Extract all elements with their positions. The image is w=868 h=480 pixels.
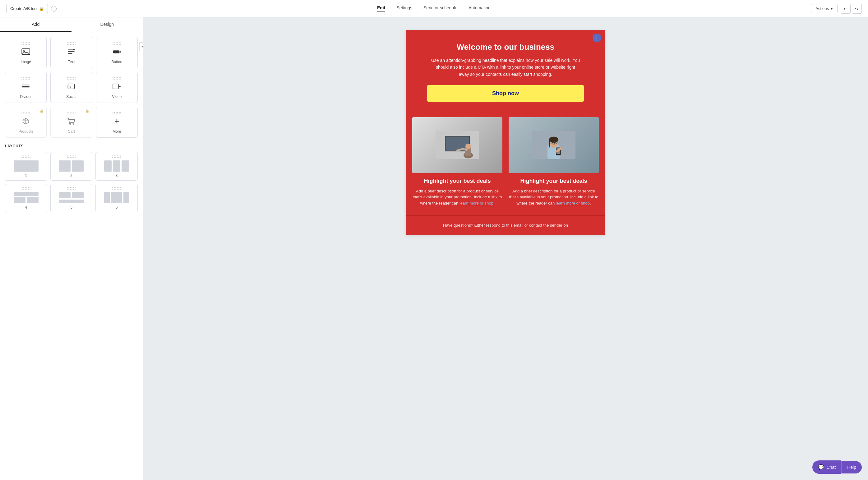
add-item-divider[interactable]: Divider [5, 72, 46, 103]
product-desc-1: Add a brief description for a product or… [412, 188, 502, 206]
nav-left: Create A/B test 🔒 i [6, 4, 57, 13]
create-ab-label: Create A/B test [10, 6, 37, 11]
layout-4-preview [14, 192, 38, 203]
divider-icon [22, 83, 30, 92]
svg-marker-14 [119, 86, 121, 88]
info-icon[interactable]: i [51, 6, 57, 11]
products-lock-icon: 🔒 [39, 109, 44, 113]
svg-marker-7 [120, 51, 121, 53]
layout-3[interactable]: 3 [95, 152, 138, 181]
collapse-sidebar-button[interactable]: « [139, 42, 143, 51]
email-footer: Have questions? Either respond to this e… [406, 216, 605, 235]
main-layout: « Add Design Image [0, 18, 868, 480]
layout-5-label: 5 [70, 205, 72, 210]
add-item-image[interactable]: Image [5, 37, 46, 68]
add-item-button[interactable]: Button [96, 37, 138, 68]
product-heading-2: Highlight your best deals [508, 178, 599, 185]
text-label: Text [68, 60, 74, 64]
chat-button[interactable]: 💬 Chat [812, 460, 842, 474]
button-label: Button [111, 60, 122, 64]
layout-1-preview [14, 160, 38, 171]
layout-5[interactable]: 5 [50, 184, 93, 212]
layouts-section: LAYOUTS 1 [5, 144, 138, 212]
svg-rect-31 [549, 140, 550, 148]
image-label: Image [21, 60, 31, 64]
actions-label: Actions [815, 6, 829, 11]
email-products: Highlight your best deals Add a brief de… [406, 111, 605, 216]
social-label: Social [66, 95, 76, 99]
product-image-1 [412, 117, 502, 173]
layout-2[interactable]: 2 [50, 152, 93, 181]
cart-label: Cart [68, 129, 75, 134]
sidebar-tab-add[interactable]: Add [0, 18, 71, 32]
button-icon [113, 48, 121, 57]
svg-point-18 [73, 123, 74, 124]
more-icon [113, 118, 121, 127]
add-item-cart[interactable]: 🔒 Cart [50, 107, 92, 138]
tab-send-schedule[interactable]: Send or schedule [424, 5, 457, 12]
redo-button[interactable]: ↪ [852, 4, 862, 14]
layout-5-preview [59, 192, 84, 203]
layouts-grid: 1 2 [5, 152, 138, 212]
nav-right: Actions ▾ ↩ ↪ [811, 4, 862, 14]
undo-redo-group: ↩ ↪ [841, 4, 862, 14]
email-info-badge[interactable]: i [593, 34, 601, 42]
social-icon: # [67, 83, 75, 92]
sidebar-content: Image A Text [0, 32, 143, 217]
tab-edit[interactable]: Edit [377, 5, 385, 12]
svg-rect-13 [113, 84, 119, 89]
product-card-2: Highlight your best deals Add a brief de… [508, 117, 599, 206]
product-image-2 [508, 117, 599, 173]
actions-button[interactable]: Actions ▾ [811, 4, 838, 13]
nav-tabs: Edit Settings Send or schedule Automatio… [377, 5, 491, 12]
chat-label: Chat [827, 465, 836, 470]
email-header: i Welcome to our business Use an attenti… [406, 30, 605, 111]
email-title: Welcome to our business [418, 42, 593, 52]
add-item-more[interactable]: More [96, 107, 138, 138]
product-card-1: Highlight your best deals Add a brief de… [412, 117, 502, 206]
video-icon [113, 83, 121, 92]
email-preview: i Welcome to our business Use an attenti… [406, 30, 605, 235]
chat-widget: 💬 Chat Help [812, 460, 862, 474]
svg-text:A: A [73, 48, 75, 51]
layout-1-label: 1 [25, 173, 27, 178]
layout-2-label: 2 [70, 173, 72, 178]
layout-4[interactable]: 4 [5, 184, 47, 212]
layout-2-preview [59, 160, 84, 171]
email-footer-text: Have questions? Either respond to this e… [418, 222, 593, 229]
svg-point-1 [24, 50, 25, 52]
chevron-down-icon: ▾ [831, 6, 833, 11]
tab-automation[interactable]: Automation [468, 5, 491, 12]
svg-point-26 [465, 143, 471, 149]
top-navigation: Create A/B test 🔒 i Edit Settings Send o… [0, 0, 868, 18]
text-icon: A [67, 48, 75, 57]
product-link-2[interactable]: learn more or shop [556, 201, 590, 205]
svg-rect-6 [113, 51, 120, 53]
add-item-text[interactable]: A Text [50, 37, 92, 68]
add-items-grid: Image A Text [5, 37, 138, 138]
add-item-social[interactable]: # Social [50, 72, 92, 103]
undo-button[interactable]: ↩ [841, 4, 850, 14]
products-label: Products [18, 129, 33, 134]
divider-label: Divider [20, 95, 31, 99]
image-icon [22, 48, 30, 57]
layout-4-label: 4 [25, 205, 27, 210]
add-item-video[interactable]: Video [96, 72, 138, 103]
layout-1[interactable]: 1 [5, 152, 47, 181]
sidebar: « Add Design Image [0, 18, 143, 480]
shop-now-button[interactable]: Shop now [427, 85, 584, 102]
layouts-title: LAYOUTS [5, 144, 138, 148]
create-ab-test-button[interactable]: Create A/B test 🔒 [6, 4, 48, 13]
help-button[interactable]: Help [841, 461, 862, 474]
sidebar-tab-design[interactable]: Design [71, 18, 143, 32]
lock-icon: 🔒 [39, 6, 44, 11]
content-area: i Welcome to our business Use an attenti… [143, 18, 868, 480]
add-item-products[interactable]: 🔒 Products [5, 107, 46, 138]
email-subtitle: Use an attention-grabbing headline that … [431, 57, 580, 78]
tab-settings[interactable]: Settings [396, 5, 412, 12]
layout-6[interactable]: 6 [95, 184, 138, 212]
help-label: Help [847, 465, 856, 470]
product-desc-2: Add a brief description for a product or… [508, 188, 599, 206]
chat-icon: 💬 [818, 464, 824, 470]
product-link-1[interactable]: learn more or shop [460, 201, 493, 205]
